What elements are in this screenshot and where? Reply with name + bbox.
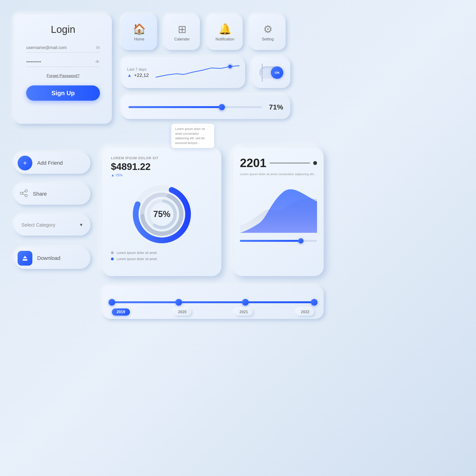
donut-chart-area: 75% bbox=[111, 181, 213, 248]
legend-label-1: Lorem ipsum dolor sit amet bbox=[117, 251, 157, 255]
login-card: Login ✉ 👁 Forget Password? Sign Up bbox=[14, 14, 112, 124]
toggle-line-1 bbox=[262, 64, 262, 69]
email-icon: ✉ bbox=[96, 45, 100, 51]
svg-point-3 bbox=[20, 192, 23, 194]
add-friend-label: Add Friend bbox=[37, 160, 63, 166]
legend-item-2: Lorem ipsum dolor sit amet bbox=[111, 257, 213, 261]
password-row: 👁 bbox=[26, 59, 100, 67]
chart-info: Last 7 days ▲ +22,12 bbox=[127, 67, 156, 78]
timeline-dot-2021[interactable] bbox=[242, 299, 249, 306]
tooltip-text: Lorem ipsum dolor sit amet consectetur a… bbox=[175, 127, 205, 145]
donut-change: ▲ 75% bbox=[111, 173, 213, 177]
stats-slider[interactable] bbox=[240, 240, 317, 242]
username-row: ✉ bbox=[26, 45, 100, 52]
stats-description: Lorem ipsum dolor sit amet consectetur a… bbox=[240, 172, 317, 177]
nav-setting[interactable]: ⚙ Setting bbox=[250, 14, 286, 50]
slider-value-label: 71% bbox=[267, 103, 283, 111]
share-label: Share bbox=[33, 191, 47, 197]
stats-slider-thumb[interactable] bbox=[298, 238, 304, 243]
donut-subtitle: LOREM IPSUM DOLOR SIT bbox=[111, 156, 213, 160]
slider-track[interactable] bbox=[129, 106, 262, 108]
chart-days-label: Last 7 days bbox=[127, 67, 156, 72]
login-title: Login bbox=[26, 24, 100, 35]
svg-point-1 bbox=[227, 63, 233, 70]
legend-item-1: Lorem ipsum dolor sit amet bbox=[111, 251, 213, 255]
slider-fill bbox=[129, 106, 223, 108]
svg-line-5 bbox=[23, 191, 25, 193]
year-2019[interactable]: 2019 bbox=[112, 308, 130, 316]
slider-widget: 71% bbox=[121, 95, 290, 119]
stats-number: 2201 bbox=[240, 156, 317, 170]
year-wrapper-2021: 2021 bbox=[235, 308, 253, 316]
legend-label-2: Lorem ipsum dolor sit amet bbox=[117, 257, 157, 261]
svg-line-6 bbox=[23, 194, 25, 195]
timeline-dot-2019[interactable] bbox=[108, 299, 115, 306]
svg-point-4 bbox=[25, 194, 27, 197]
share-button[interactable]: Share bbox=[14, 183, 90, 205]
select-category-label: Select Category bbox=[21, 222, 55, 228]
timeline-dot-2020[interactable] bbox=[175, 299, 182, 306]
nav-calendar-label: Calender bbox=[174, 37, 190, 41]
forget-password-link[interactable]: Forget Password? bbox=[26, 73, 100, 78]
nav-calendar[interactable]: ⊞ Calender bbox=[164, 14, 200, 50]
year-2020[interactable]: 2020 bbox=[173, 308, 191, 316]
timeline-card: 2019 2020 2021 2022 bbox=[102, 286, 324, 319]
password-input[interactable] bbox=[26, 60, 95, 65]
chart-arrow-icon: ▲ bbox=[127, 73, 132, 78]
toggle-track: ON bbox=[259, 67, 283, 79]
stats-card: 2201 Lorem ipsum dolor sit amet consecte… bbox=[233, 148, 324, 276]
add-friend-button[interactable]: + Add Friend bbox=[14, 152, 90, 174]
donut-legend: Lorem ipsum dolor sit amet Lorem ipsum d… bbox=[111, 251, 213, 261]
nav-notification[interactable]: 🔔 Notification bbox=[207, 14, 243, 50]
bell-icon: 🔔 bbox=[219, 23, 232, 35]
share-icon bbox=[19, 189, 28, 199]
download-icon bbox=[17, 251, 32, 266]
username-input[interactable] bbox=[26, 45, 96, 50]
timeline-fill bbox=[112, 301, 314, 303]
svg-marker-8 bbox=[23, 256, 27, 258]
select-category-dropdown[interactable]: Select Category ▼ bbox=[14, 214, 90, 236]
year-wrapper-2020: 2020 bbox=[173, 308, 191, 316]
timeline-dot-2022[interactable] bbox=[311, 299, 318, 306]
stats-slider-fill bbox=[240, 240, 302, 242]
stats-dot bbox=[313, 161, 317, 165]
year-wrapper-2019: 2019 bbox=[112, 308, 130, 316]
sign-up-button[interactable]: Sign Up bbox=[26, 85, 100, 101]
year-2022[interactable]: 2022 bbox=[296, 308, 314, 316]
gear-icon: ⚙ bbox=[263, 23, 272, 35]
year-2021[interactable]: 2021 bbox=[235, 308, 253, 316]
nav-notification-label: Notification bbox=[215, 37, 234, 41]
donut-card: LOREM IPSUM DOLOR SIT $4891.22 ▲ 75% 75% bbox=[102, 148, 221, 276]
timeline-track: 2019 2020 2021 2022 bbox=[112, 301, 314, 303]
download-label: Download bbox=[37, 255, 60, 261]
download-button[interactable]: Download bbox=[14, 248, 90, 269]
line-chart bbox=[156, 63, 239, 82]
legend-dot-1 bbox=[111, 251, 114, 254]
home-icon: 🏠 bbox=[133, 23, 146, 35]
toggle-widget[interactable]: ON bbox=[252, 57, 290, 88]
toggle-lines bbox=[259, 64, 262, 82]
chart-change-value: ▲ +22,12 bbox=[127, 73, 156, 78]
calendar-icon: ⊞ bbox=[178, 23, 187, 35]
nav-home[interactable]: 🏠 Home bbox=[121, 14, 157, 50]
toggle-line-3 bbox=[262, 76, 262, 82]
toggle-line-2 bbox=[262, 70, 262, 75]
toggle-knob: ON bbox=[271, 67, 283, 79]
svg-point-2 bbox=[25, 190, 27, 192]
chevron-down-icon: ▼ bbox=[79, 222, 83, 227]
donut-center-value: 75% bbox=[153, 209, 170, 219]
eye-icon[interactable]: 👁 bbox=[95, 59, 100, 65]
nav-bar: 🏠 Home ⊞ Calender 🔔 Notification ⚙ Setti… bbox=[121, 14, 286, 50]
svg-rect-7 bbox=[23, 259, 27, 261]
nav-setting-label: Setting bbox=[262, 37, 274, 41]
timeline-labels: 2019 2020 2021 2022 bbox=[112, 308, 314, 316]
plus-icon: + bbox=[17, 156, 32, 170]
year-wrapper-2022: 2022 bbox=[296, 308, 314, 316]
slider-thumb[interactable] bbox=[219, 104, 225, 110]
area-chart-svg bbox=[240, 181, 317, 236]
toggle-state-label: ON bbox=[275, 71, 279, 74]
donut-amount: $4891.22 bbox=[111, 161, 213, 172]
legend-dot-2 bbox=[111, 257, 114, 260]
stats-line bbox=[270, 163, 310, 163]
chart-widget: Last 7 days ▲ +22,12 bbox=[121, 57, 245, 88]
